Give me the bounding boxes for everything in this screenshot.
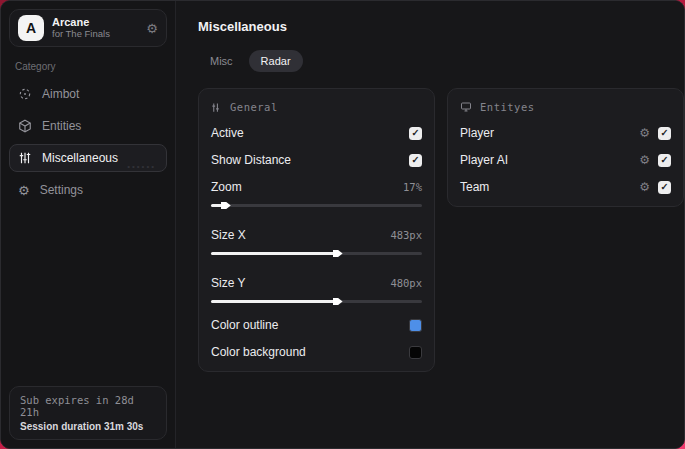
- entity-label: Team: [460, 180, 489, 194]
- main-panel: Miscellaneous Misc Radar General Active: [176, 1, 685, 448]
- slider-row-size-x: Size X 483px: [211, 228, 422, 242]
- size-y-slider[interactable]: [211, 297, 422, 305]
- app-name: Arcane: [52, 16, 110, 29]
- sidebar-item-miscellaneous[interactable]: Miscellaneous ••••••: [9, 144, 167, 172]
- entity-row-player-ai: Player AI ⚙ ✓: [460, 153, 671, 167]
- app-subtitle: for The Finals: [52, 29, 110, 40]
- cards-row: General Active ✓ Show Distance ✓ Zoom 17…: [198, 88, 684, 372]
- size-x-slider[interactable]: [211, 249, 422, 257]
- entity-label: Player: [460, 126, 494, 140]
- outline-color-swatch[interactable]: [409, 319, 422, 332]
- gear-icon[interactable]: ⚙: [146, 22, 158, 35]
- general-card-title: General: [230, 101, 278, 113]
- toggle-label: Show Distance: [211, 153, 291, 167]
- page-title: Miscellaneous: [198, 19, 684, 34]
- sidebar-item-settings[interactable]: ⚙ Settings: [9, 176, 167, 204]
- sub-expiry-text: Sub expires in 28d 21h: [20, 394, 156, 418]
- slider-row-zoom: Zoom 17%: [211, 180, 422, 194]
- slider-fill: [211, 300, 338, 303]
- entity-row-team: Team ⚙ ✓: [460, 180, 671, 194]
- sidebar-item-label: Aimbot: [42, 87, 79, 101]
- sidebar-item-label: Entities: [42, 119, 81, 133]
- slider-value: 480px: [390, 277, 422, 289]
- active-checkbox[interactable]: ✓: [409, 127, 422, 140]
- sidebar-nav: Aimbot Entities Miscellaneous ••••••: [9, 80, 167, 204]
- app-header-card: A Arcane for The Finals ⚙: [9, 9, 167, 47]
- slider-label: Size Y: [211, 276, 245, 290]
- gear-icon[interactable]: ⚙: [639, 127, 650, 139]
- sidebar-item-label: Settings: [40, 183, 83, 197]
- toggle-row-show-distance: Show Distance ✓: [211, 153, 422, 167]
- dots-decoration: ••••••: [127, 162, 156, 171]
- general-card-header: General: [211, 101, 422, 113]
- entities-card-header: Entityes: [460, 101, 671, 113]
- toggle-row-active: Active ✓: [211, 126, 422, 140]
- monitor-icon: [460, 101, 472, 113]
- entity-row-player: Player ⚙ ✓: [460, 126, 671, 140]
- crosshair-scan-icon: [18, 87, 32, 101]
- color-label: Color background: [211, 345, 306, 359]
- subscription-card: Sub expires in 28d 21h Session duration …: [9, 386, 167, 440]
- slider-value: 17%: [403, 181, 422, 193]
- tab-misc[interactable]: Misc: [198, 50, 245, 72]
- zoom-slider[interactable]: [211, 201, 422, 209]
- show-distance-checkbox[interactable]: ✓: [409, 154, 422, 167]
- app-logo: A: [18, 15, 44, 41]
- sidebar-item-aimbot[interactable]: Aimbot: [9, 80, 167, 108]
- gear-icon[interactable]: ⚙: [639, 181, 650, 193]
- app-meta: Arcane for The Finals: [52, 16, 110, 40]
- general-card: General Active ✓ Show Distance ✓ Zoom 17…: [198, 88, 435, 372]
- slider-label: Size X: [211, 228, 246, 242]
- entities-card-title: Entityes: [480, 101, 535, 113]
- sliders-icon: [211, 102, 222, 113]
- sidebar-spacer: [9, 204, 167, 386]
- entities-card: Entityes Player ⚙ ✓ Player AI ⚙ ✓: [447, 88, 684, 207]
- app-window: A Arcane for The Finals ⚙ Category Aimbo…: [0, 0, 685, 449]
- entity-label: Player AI: [460, 153, 508, 167]
- slider-track: [211, 204, 422, 207]
- team-checkbox[interactable]: ✓: [658, 181, 671, 194]
- sidebar-item-entities[interactable]: Entities: [9, 112, 167, 140]
- slider-fill: [211, 252, 338, 255]
- player-ai-checkbox[interactable]: ✓: [658, 154, 671, 167]
- session-duration-text: Session duration 31m 30s: [20, 421, 156, 432]
- tab-bar: Misc Radar: [198, 50, 684, 72]
- slider-value: 483px: [390, 229, 422, 241]
- background-color-swatch[interactable]: [409, 346, 422, 359]
- color-row-background: Color background: [211, 345, 422, 359]
- tab-radar[interactable]: Radar: [249, 50, 303, 72]
- color-label: Color outline: [211, 318, 278, 332]
- color-row-outline: Color outline: [211, 318, 422, 332]
- slider-label: Zoom: [211, 180, 242, 194]
- category-label: Category: [15, 61, 161, 72]
- gear-icon: ⚙: [18, 183, 30, 198]
- sidebar-item-label: Miscellaneous: [42, 151, 118, 165]
- sidebar: A Arcane for The Finals ⚙ Category Aimbo…: [1, 1, 176, 448]
- toggle-label: Active: [211, 126, 244, 140]
- gear-icon[interactable]: ⚙: [639, 154, 650, 166]
- cube-icon: [18, 119, 32, 133]
- slider-row-size-y: Size Y 480px: [211, 276, 422, 290]
- sliders-icon: [18, 151, 32, 165]
- player-checkbox[interactable]: ✓: [658, 127, 671, 140]
